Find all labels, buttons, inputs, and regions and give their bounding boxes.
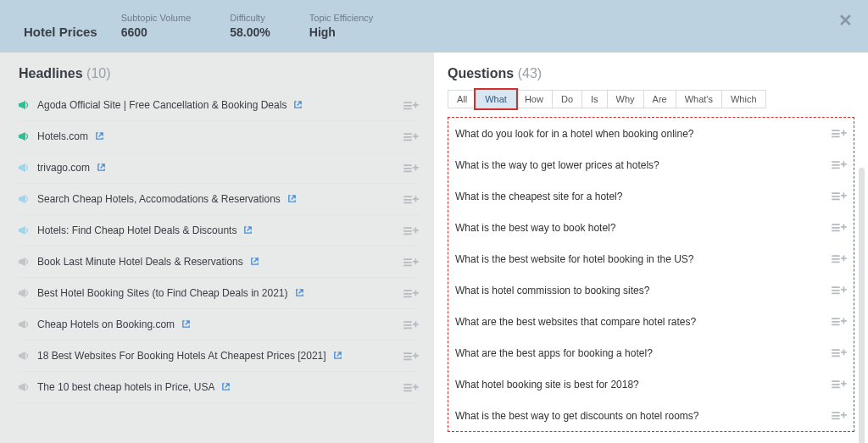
headline-text: Hotels.com bbox=[37, 130, 88, 142]
svg-rect-8 bbox=[403, 136, 412, 137]
svg-rect-21 bbox=[403, 202, 412, 203]
tab-why[interactable]: Why bbox=[607, 90, 644, 108]
megaphone-icon bbox=[19, 225, 31, 235]
external-link-icon[interactable] bbox=[95, 130, 104, 143]
external-link-icon[interactable] bbox=[287, 193, 297, 206]
add-to-list-icon[interactable] bbox=[832, 346, 847, 360]
question-row[interactable]: What is the best way to get discounts on… bbox=[455, 400, 847, 431]
svg-rect-87 bbox=[832, 293, 840, 295]
question-row[interactable]: What hotel booking site is best for 2018… bbox=[455, 368, 847, 400]
tab-do[interactable]: Do bbox=[552, 90, 582, 108]
tab-which[interactable]: Which bbox=[721, 90, 766, 108]
tab-how[interactable]: How bbox=[515, 90, 553, 108]
headline-row[interactable]: Book Last Minute Hotel Deals & Reservati… bbox=[19, 246, 419, 278]
add-to-list-icon[interactable] bbox=[832, 377, 847, 391]
add-to-list-icon[interactable] bbox=[832, 408, 847, 423]
tab-are[interactable]: Are bbox=[643, 90, 676, 108]
questions-tabs: AllWhatHowDoIsWhyAreWhat'sWhich bbox=[448, 90, 860, 108]
add-to-list-icon[interactable] bbox=[832, 220, 847, 235]
external-link-icon[interactable] bbox=[333, 350, 342, 363]
question-text: What is the best way to get discounts on… bbox=[455, 410, 698, 422]
question-text: What is hotel commission to booking site… bbox=[455, 285, 649, 296]
add-to-list-icon[interactable] bbox=[403, 286, 419, 301]
tab-whats[interactable]: What's bbox=[676, 90, 722, 108]
svg-rect-44 bbox=[403, 324, 412, 325]
external-link-icon[interactable] bbox=[97, 162, 106, 174]
scrollbar[interactable] bbox=[859, 168, 865, 443]
svg-rect-107 bbox=[832, 418, 840, 420]
add-to-list-icon[interactable] bbox=[403, 130, 419, 144]
svg-rect-59 bbox=[413, 386, 419, 388]
question-row[interactable]: What is the best website for hotel booki… bbox=[455, 243, 847, 274]
add-to-list-icon[interactable] bbox=[832, 189, 847, 203]
svg-rect-36 bbox=[19, 291, 20, 295]
headlines-title: Headlines (10) bbox=[19, 66, 419, 81]
add-to-list-icon[interactable] bbox=[832, 126, 847, 141]
svg-rect-106 bbox=[832, 415, 840, 417]
svg-rect-23 bbox=[413, 198, 419, 200]
svg-rect-96 bbox=[832, 352, 840, 354]
add-to-list-icon[interactable] bbox=[403, 255, 419, 269]
question-row[interactable]: What is hotel commission to booking site… bbox=[455, 274, 847, 306]
add-to-list-icon[interactable] bbox=[832, 252, 847, 266]
svg-rect-77 bbox=[832, 230, 840, 232]
svg-rect-92 bbox=[832, 324, 840, 326]
questions-column: Questions (43) AllWhatHowDoIsWhyAreWhat'… bbox=[434, 53, 868, 443]
external-link-icon[interactable] bbox=[181, 318, 191, 331]
headline-text: Cheap Hotels on Booking.com bbox=[37, 318, 175, 330]
add-to-list-icon[interactable] bbox=[403, 224, 419, 238]
svg-rect-1 bbox=[403, 102, 412, 103]
add-to-list-icon[interactable] bbox=[403, 192, 419, 207]
svg-rect-74 bbox=[841, 195, 847, 197]
main-panel: Headlines (10) Agoda Official Site | Fre… bbox=[0, 53, 868, 443]
question-row[interactable]: What is the cheapest site for a hotel? bbox=[455, 180, 847, 212]
external-link-icon[interactable] bbox=[295, 287, 304, 300]
svg-rect-99 bbox=[841, 352, 847, 353]
megaphone-icon bbox=[19, 257, 31, 267]
add-to-list-icon[interactable] bbox=[403, 349, 419, 363]
add-to-list-icon[interactable] bbox=[832, 283, 847, 297]
svg-rect-3 bbox=[403, 108, 412, 109]
external-link-icon[interactable] bbox=[243, 224, 253, 237]
svg-rect-104 bbox=[841, 383, 847, 385]
question-row[interactable]: What is the best way to book hotel? bbox=[455, 212, 847, 243]
add-to-list-icon[interactable] bbox=[832, 314, 847, 329]
headline-row[interactable]: The 10 best cheap hotels in Price, USA bbox=[19, 372, 419, 403]
question-text: What do you look for in a hotel when boo… bbox=[455, 128, 694, 140]
tab-is[interactable]: Is bbox=[581, 90, 608, 108]
headline-row[interactable]: trivago.com bbox=[19, 152, 419, 184]
svg-rect-13 bbox=[403, 164, 412, 166]
add-to-list-icon[interactable] bbox=[832, 158, 847, 172]
question-row[interactable]: What are the best apps for booking a hot… bbox=[455, 337, 847, 368]
headline-row[interactable]: Best Hotel Booking Sites (to Find Cheap … bbox=[19, 278, 419, 309]
svg-rect-57 bbox=[403, 390, 412, 391]
tab-all[interactable]: All bbox=[448, 90, 476, 108]
external-link-icon[interactable] bbox=[250, 256, 259, 269]
add-to-list-icon[interactable] bbox=[403, 161, 419, 175]
headline-text: Hotels: Find Cheap Hotel Deals & Discoun… bbox=[37, 224, 236, 236]
svg-rect-6 bbox=[19, 135, 20, 138]
question-row[interactable]: What is the way to get lower prices at h… bbox=[455, 149, 847, 180]
headline-row[interactable]: Hotels.com bbox=[19, 121, 419, 152]
svg-rect-12 bbox=[19, 166, 20, 169]
add-to-list-icon[interactable] bbox=[403, 380, 419, 395]
headline-text: trivago.com bbox=[37, 162, 90, 174]
add-to-list-icon[interactable] bbox=[403, 98, 419, 113]
add-to-list-icon[interactable] bbox=[403, 318, 419, 332]
headline-row[interactable]: Hotels: Find Cheap Hotel Deals & Discoun… bbox=[19, 215, 419, 246]
svg-rect-60 bbox=[832, 130, 840, 131]
tab-what[interactable]: What bbox=[476, 90, 516, 108]
svg-rect-65 bbox=[832, 161, 840, 163]
question-row[interactable]: What do you look for in a hotel when boo… bbox=[455, 118, 847, 149]
headline-row[interactable]: Cheap Hotels on Booking.com bbox=[19, 309, 419, 341]
svg-rect-101 bbox=[832, 384, 840, 385]
external-link-icon[interactable] bbox=[221, 381, 231, 394]
external-link-icon[interactable] bbox=[293, 99, 303, 112]
svg-rect-31 bbox=[403, 258, 412, 260]
headline-row[interactable]: Agoda Official Site | Free Cancellation … bbox=[19, 90, 419, 121]
svg-rect-53 bbox=[413, 355, 419, 357]
headline-row[interactable]: Search Cheap Hotels, Accomodations & Res… bbox=[19, 184, 419, 215]
headline-row[interactable]: 18 Best Websites For Booking Hotels At C… bbox=[19, 341, 419, 372]
question-row[interactable]: What are the best websites that compare … bbox=[455, 306, 847, 337]
close-icon[interactable]: ✕ bbox=[838, 10, 853, 30]
